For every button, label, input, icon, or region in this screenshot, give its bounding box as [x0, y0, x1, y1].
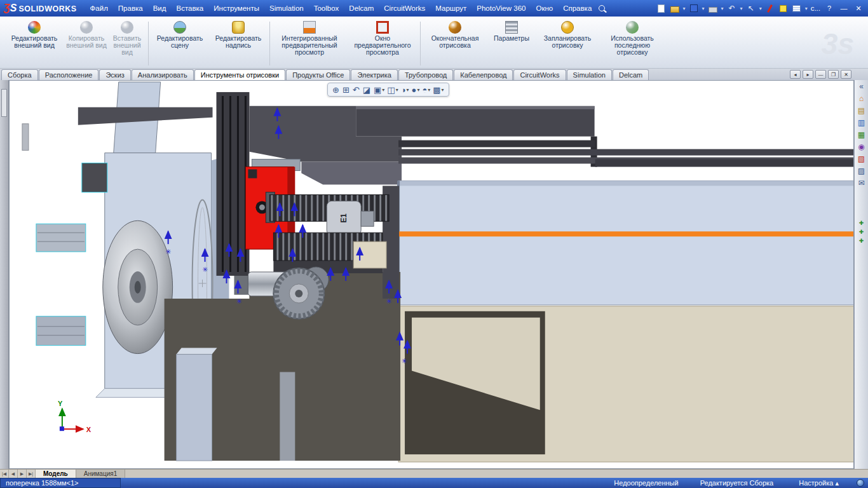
table-dropdown-icon[interactable]: ▾	[805, 6, 808, 11]
undo-button[interactable]: ↶	[727, 3, 737, 13]
print-dropdown-icon[interactable]: ▾	[721, 6, 724, 11]
help-button[interactable]: ?	[824, 4, 835, 12]
tab-assembly[interactable]: Сборка	[1, 69, 38, 80]
last-tab-button[interactable]: ▶|	[27, 470, 36, 478]
previous-tab-button[interactable]: ◀	[9, 470, 18, 478]
part-linear-guides[interactable]	[36, 224, 86, 345]
part-motor-flange[interactable]	[103, 220, 173, 353]
part-bed-rails[interactable]	[356, 106, 853, 167]
view-palette-icon[interactable]: ▦	[855, 129, 868, 141]
integrated-preview-button[interactable]: Интегрированный предварительный просмотр	[272, 19, 347, 65]
tab-circuitworks[interactable]: CircuitWorks	[513, 69, 566, 80]
close-button[interactable]: ✕	[853, 4, 864, 13]
final-render-button[interactable]: Окончательная отрисовка	[423, 19, 487, 65]
menu-view[interactable]: Вид	[149, 3, 171, 13]
display-style-icon[interactable]: ◫▾	[386, 85, 398, 95]
tab-office-products[interactable]: Продукты Office	[286, 69, 350, 80]
document-recovery-icon[interactable]: ✉	[855, 177, 868, 189]
part-cover-panel[interactable]	[397, 180, 853, 304]
tab-render-tools[interactable]: Инструменты отрисовки	[194, 69, 285, 80]
menu-toolbox[interactable]: Toolbox	[309, 3, 344, 13]
save-dropdown-icon[interactable]: ▾	[702, 6, 705, 11]
note-icon[interactable]	[778, 3, 789, 13]
tab-layout[interactable]: Расположение	[39, 69, 99, 80]
quick-settings-button[interactable]: Настройка ▴	[799, 479, 839, 487]
solidworks-resources-icon[interactable]: ⌂	[855, 93, 868, 105]
menu-edit[interactable]: Правка	[114, 3, 147, 13]
recall-last-render-button[interactable]: Использовать последнюю отрисовку	[599, 19, 665, 65]
tab-cableways[interactable]: Кабелепровод	[454, 69, 513, 80]
render-options-button[interactable]: Параметры	[487, 19, 536, 65]
tab-electrical[interactable]: Электрика	[351, 69, 398, 80]
table-icon[interactable]	[792, 3, 802, 13]
menu-file[interactable]: Файл	[86, 3, 112, 13]
graphics-area[interactable]: E1	[9, 80, 854, 469]
next-tab-button[interactable]: ▶	[18, 470, 27, 478]
menu-simulation[interactable]: Simulation	[265, 3, 308, 13]
part-vertical-channel[interactable]	[217, 92, 250, 276]
copy-appearance-button[interactable]: Копировать внешний вид	[65, 19, 108, 65]
model-canvas[interactable]: E1	[10, 81, 853, 468]
menu-photoview[interactable]: PhotoView 360	[472, 3, 530, 13]
add-item-icon[interactable]: ✚	[855, 236, 868, 245]
design-library-icon[interactable]: ▤	[855, 105, 868, 117]
globe-icon[interactable]	[857, 479, 864, 487]
menu-window[interactable]: Окно	[531, 3, 557, 13]
preview-window-button[interactable]: Окно предварительного просмотра	[347, 19, 418, 65]
paste-appearance-button[interactable]: Вставить внешний вид	[108, 19, 146, 65]
doc-minimize-button[interactable]: —	[815, 70, 826, 79]
menu-tools[interactable]: Инструменты	[209, 3, 264, 13]
appearances-icon[interactable]: ◉	[855, 141, 868, 153]
tab-delcam[interactable]: Delcam	[613, 69, 649, 80]
tab-evaluate[interactable]: Анализировать	[132, 69, 194, 80]
menu-circuitworks[interactable]: CircuitWorks	[379, 3, 430, 13]
edit-appearance-icon[interactable]: ●▾	[411, 85, 421, 95]
view-orientation-icon[interactable]: ▣▾	[373, 85, 385, 95]
custom-properties-icon[interactable]: ▨	[855, 165, 868, 177]
search-icon[interactable]	[599, 5, 605, 11]
minimize-button[interactable]: —	[838, 4, 850, 12]
pane-previous-icon[interactable]: ◂	[790, 70, 801, 79]
section-view-icon[interactable]: ◪	[362, 85, 372, 95]
part-clamp-block[interactable]	[82, 163, 107, 193]
menu-help[interactable]: Справка	[559, 3, 596, 13]
hide-show-items-icon[interactable]: ◑▾	[400, 85, 410, 95]
view-settings-icon[interactable]: ▩▾	[432, 85, 444, 95]
select-dropdown-icon[interactable]: ▾	[759, 6, 762, 11]
file-explorer-icon[interactable]: ▥	[855, 117, 868, 129]
part-base-housing[interactable]	[398, 306, 853, 462]
doc-close-button[interactable]: ✕	[841, 70, 851, 79]
feature-manager-collapsed-strip[interactable]	[0, 80, 9, 469]
menu-route[interactable]: Маршрут	[431, 3, 471, 13]
edit-appearance-button[interactable]: Редактировать внешний вид	[4, 19, 65, 65]
add-item-icon[interactable]: ✚	[855, 219, 868, 227]
first-tab-button[interactable]: |◀	[0, 470, 9, 478]
taskpane-collapse-icon[interactable]: «	[855, 81, 868, 93]
undo-dropdown-icon[interactable]: ▾	[740, 6, 743, 11]
save-button[interactable]	[689, 3, 699, 13]
zoom-area-icon[interactable]: ⊞	[342, 85, 351, 95]
edit-scene-button[interactable]: Редактировать сцену	[151, 19, 209, 65]
tab-piping[interactable]: Трубопровод	[398, 69, 453, 80]
tab-sketch[interactable]: Эскиз	[99, 69, 130, 80]
open-dropdown-icon[interactable]: ▾	[683, 6, 686, 11]
zoom-previous-icon[interactable]: ↶	[352, 85, 361, 95]
splitter-handle[interactable]	[1, 89, 7, 117]
select-cursor-button[interactable]: ↖	[746, 3, 756, 13]
menu-insert[interactable]: Вставка	[172, 3, 208, 13]
part-end-block[interactable]	[353, 241, 386, 268]
marker-icon[interactable]	[765, 3, 775, 13]
menu-delcam[interactable]: Delcam	[344, 3, 378, 13]
apply-scene-icon[interactable]: ◓▾	[421, 85, 431, 95]
schedule-render-button[interactable]: Запланировать отрисовку	[536, 19, 599, 65]
print-button[interactable]	[708, 3, 718, 13]
add-item-icon[interactable]: ✚	[855, 227, 868, 236]
zoom-fit-icon[interactable]: ⊕	[332, 85, 341, 95]
edit-decal-button[interactable]: Редактировать надпись	[209, 19, 268, 65]
tab-animation1[interactable]: Анимация1	[76, 470, 126, 478]
doc-restore-button[interactable]: ❐	[828, 70, 839, 79]
new-document-button[interactable]	[656, 3, 667, 13]
tab-model[interactable]: Модель	[36, 470, 76, 478]
open-document-button[interactable]	[670, 3, 680, 13]
decals-icon[interactable]: ▧	[855, 153, 868, 165]
